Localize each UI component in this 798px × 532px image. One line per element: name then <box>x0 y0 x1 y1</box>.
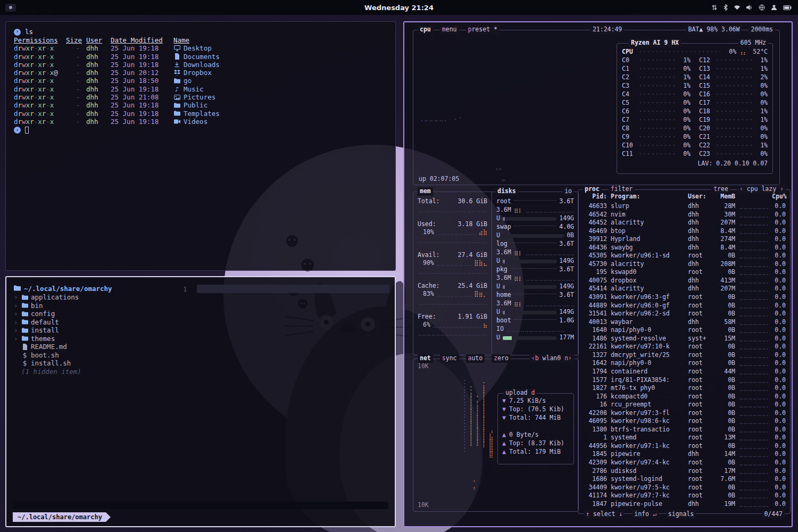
file-tree-item[interactable]: › bin <box>14 302 173 310</box>
proc-mem-graph <box>739 268 768 277</box>
proc-mem-graph <box>739 442 768 451</box>
disk-total: 4.0G <box>559 223 574 231</box>
proc-row[interactable]: 46542 nvim dhh 30M 0.0 <box>583 211 786 219</box>
disk-name: pkg <box>496 265 508 274</box>
core-name: C2 <box>622 73 636 82</box>
zero-button[interactable]: zero <box>492 354 511 363</box>
core-meter <box>716 133 752 142</box>
proc-row[interactable]: 42309 kworker/u97:4-kc root 0B 0.0 <box>583 459 786 467</box>
select-hint[interactable]: ↑ select ↓ <box>584 510 625 519</box>
proc-header-pid[interactable]: Pid: <box>583 193 607 201</box>
menu-button[interactable]: menu <box>440 26 459 34</box>
proc-row[interactable]: 41174 kworker/u97:7-kc root 0B 0.0 <box>583 492 786 500</box>
proc-row[interactable]: 1827 mt76-tx phy0 root 0B 0.0 <box>583 384 786 393</box>
proc-row[interactable]: 1577 irq/81-PIXA3854: root 0B 0.0 <box>583 376 786 384</box>
btop-window[interactable]: cpu menu preset * 21:24:49 BAT▲ 98% 3.06… <box>403 21 793 527</box>
proc-row[interactable]: 22161 kworker/u97:10-k root 0B 0.0 <box>583 343 786 351</box>
info-hint[interactable]: info ↵ <box>632 510 659 519</box>
proc-row[interactable]: 16 rcu_preempt root 0B 0.0 <box>583 401 786 409</box>
proc-row[interactable]: 43091 kworker/u96:3-gf root 0B 0.0 <box>583 293 786 302</box>
wifi-icon[interactable] <box>734 5 741 10</box>
proc-row[interactable]: 45414 alacritty dhh 207M 0.0 <box>583 285 786 293</box>
proc-row[interactable]: 44956 kworker/u97:1-kc root 0B 0.0 <box>583 442 786 451</box>
command-bar[interactable] <box>13 502 388 509</box>
workspace-indicator[interactable] <box>5 4 16 12</box>
proc-row[interactable]: 34409 kworker/u97:5-kc root 0B 0.0 <box>583 484 786 492</box>
interface-switcher[interactable]: ‹b wlan0 n› <box>529 354 574 363</box>
battery-icon[interactable] <box>783 5 792 10</box>
proc-pid: 44889 <box>583 302 607 310</box>
proc-row[interactable]: 1794 containerd root 44M 0.0 <box>583 368 786 376</box>
proc-row[interactable]: 1380 btrfs-transactio root 0B 0.0 <box>583 426 786 434</box>
proc-row[interactable]: 46452 alacritty dhh 207M 0.0 <box>583 219 786 227</box>
core-name: C5 <box>622 99 636 107</box>
proc-row[interactable]: 1486 systemd-resolve syst+ 15M 0.0 <box>583 335 786 343</box>
sync-button[interactable]: sync <box>440 354 459 363</box>
io-mode-label[interactable]: io <box>562 187 574 196</box>
transfer-icon[interactable] <box>711 4 718 11</box>
proc-header-program[interactable]: Program: <box>611 193 684 201</box>
proc-row[interactable]: 46436 swaybg dhh 8.4M 0.0 <box>583 244 786 252</box>
proc-row[interactable]: 39912 Hyprland dhh 274M 0.0 <box>583 235 786 244</box>
ls-permissions: drwxr-xr-x@ <box>14 69 60 77</box>
proc-cpu: 0.0 <box>772 293 786 302</box>
preset-button[interactable]: preset * <box>466 26 500 34</box>
file-tree-item[interactable]: › config <box>14 310 173 318</box>
proc-row[interactable]: 46095 kworker/u98:6-kc root 0B 0.0 <box>583 417 786 426</box>
proc-row[interactable]: 40075 dropbox dhh 413M 0.0 <box>583 277 786 285</box>
proc-mem-graph <box>739 326 768 335</box>
proc-row[interactable]: 42208 kworker/u97:3-fl root 0B 0.0 <box>583 409 786 418</box>
signals-hint[interactable]: signals <box>666 510 696 519</box>
folder-icon <box>21 328 28 333</box>
proc-pid: 46452 <box>583 219 607 227</box>
proc-row[interactable]: 31541 kworker/u96:2-sd root 0B 0.0 <box>583 310 786 318</box>
disks-panel-label[interactable]: disks <box>495 187 518 196</box>
proc-pid: 1380 <box>583 426 607 434</box>
prompt-line[interactable]: › <box>14 126 387 134</box>
proc-row[interactable]: 176 kcompactd0 root 0B 0.0 <box>583 393 786 401</box>
proc-row[interactable]: 1845 pipewire dhh 14M 0.0 <box>583 450 786 459</box>
file-tree-root[interactable]: ~/.local/share/omarchy <box>14 285 173 293</box>
proc-row[interactable]: 1640 napi/phy0-0 root 0B 0.0 <box>583 326 786 335</box>
refresh-interval[interactable]: 2000ms <box>749 26 775 34</box>
statusbar-path-badge: ~/.local/share/omarchy <box>13 512 111 522</box>
proc-cpu: 0.0 <box>772 351 786 360</box>
core-percent: 0% <box>677 124 691 133</box>
globe-icon[interactable] <box>759 4 765 11</box>
proc-row[interactable]: 1686 systemd-logind root 7.6M 0.0 <box>583 475 786 484</box>
terminal-window[interactable]: › ls Permissions Size User Date Modified… <box>5 21 396 271</box>
proc-row[interactable]: 45730 alacritty dhh 208M 0.0 <box>583 260 786 269</box>
proc-row[interactable]: 1642 napi/phy0-0 root 0B 0.0 <box>583 359 786 368</box>
proc-row[interactable]: 44889 kworker/u96:0-gf root 0B 0.0 <box>583 302 786 310</box>
file-tree-item[interactable]: › applications <box>14 293 173 302</box>
file-tree-item[interactable]: $ install.sh <box>14 359 173 368</box>
ls-header-name: Name <box>173 36 387 44</box>
proc-row[interactable]: 40013 waybar dhh 58M 0.0 <box>583 318 786 327</box>
file-tree-item[interactable]: $ boot.sh <box>14 351 173 360</box>
proc-row[interactable]: 1 systemd root 13M 0.0 <box>583 434 786 442</box>
proc-program: Hyprland <box>611 235 684 244</box>
proc-row[interactable]: 195 kswapd0 root 0B 0.0 <box>583 268 786 277</box>
proc-row[interactable]: 1847 pipewire-pulse dhh 19M 0.0 <box>583 500 786 508</box>
volume-icon[interactable] <box>746 5 753 10</box>
auto-button[interactable]: auto <box>466 354 485 363</box>
net-stats-box-title[interactable]: upload d <box>503 389 537 397</box>
file-tree-item[interactable]: › install <box>14 326 173 335</box>
proc-program: alacritty <box>611 285 684 293</box>
dropbox-icon <box>173 70 180 76</box>
file-manager-window[interactable]: ~/.local/share/omarchy › applications › … <box>5 276 396 527</box>
file-tree-item[interactable]: › default <box>14 318 173 327</box>
file-tree-item[interactable]: › themes <box>14 335 173 343</box>
proc-row[interactable]: 46633 slurp dhh 28M 0.0 <box>583 202 786 211</box>
core-name: C0 <box>622 56 636 65</box>
bluetooth-icon[interactable] <box>724 4 728 11</box>
proc-row[interactable]: 2786 udisksd root 17M 0.0 <box>583 467 786 476</box>
proc-header-cpu[interactable]: Cpu% <box>772 193 786 201</box>
proc-row[interactable]: 1327 dmcrypt_write/25 root 0B 0.0 <box>583 351 786 360</box>
proc-header-mem[interactable]: MemB <box>715 193 735 201</box>
proc-row[interactable]: 45305 kworker/u96:1-sd root 0B 0.0 <box>583 252 786 260</box>
file-tree-item[interactable]: README.md <box>14 343 173 351</box>
proc-row[interactable]: 46469 btop dhh 8.4M 0.0 <box>583 227 786 236</box>
user-icon[interactable] <box>771 4 777 11</box>
proc-header-user[interactable]: User: <box>688 193 711 201</box>
